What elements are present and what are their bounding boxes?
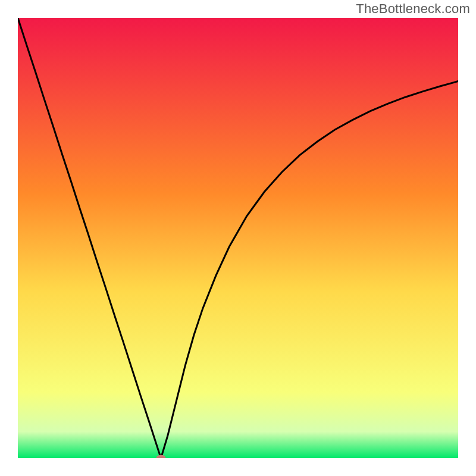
curve-right-branch [161, 82, 459, 458]
curve-left-branch [18, 18, 161, 458]
watermark-text: TheBottleneck.com [356, 1, 470, 17]
bottleneck-curve [18, 18, 458, 458]
chart-container: TheBottleneck.com [0, 0, 476, 476]
chart-frame [18, 18, 458, 458]
plot-area [18, 18, 458, 458]
minimum-marker [156, 455, 166, 458]
